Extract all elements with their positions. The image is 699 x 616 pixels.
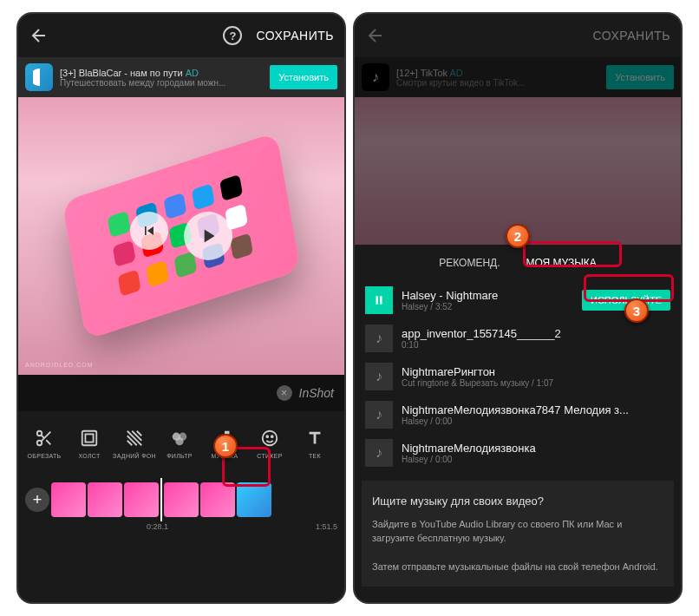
tab-my-music[interactable]: МОЯ МУЗЫКА — [526, 257, 597, 269]
music-note-icon: ♪ — [365, 363, 393, 390]
marker-3: 3 — [624, 298, 649, 323]
pause-icon[interactable] — [365, 286, 393, 314]
music-item[interactable]: ♪ NightmareМелодиязвонкаHalsey / 0:00 — [362, 434, 674, 472]
timeline-thumb[interactable] — [88, 482, 122, 517]
add-clip-button[interactable]: + — [25, 488, 49, 512]
ad-install-button[interactable]: Установить — [606, 65, 674, 89]
bg-icon — [123, 427, 146, 449]
preview-credit: ANDROIDLEO.COM — [25, 362, 94, 368]
prev-button[interactable] — [130, 212, 168, 250]
toolbar: ОБРЕЗАТЬ ХОЛСТ ЗАДНИЙ ФОН ФИЛЬТР МУЗЫКА … — [18, 411, 344, 474]
watermark-bar: × InShot — [18, 375, 344, 411]
time-current: 0:28.1 — [147, 522, 168, 531]
tool-canvas[interactable]: ХОЛСТ — [67, 427, 112, 459]
tool-sticker[interactable]: СТИКЕР — [247, 427, 292, 459]
timeline-thumb[interactable] — [237, 482, 271, 517]
canvas-icon — [78, 427, 101, 449]
tool-cut[interactable]: ОБРЕЗАТЬ — [22, 427, 67, 459]
ad-banner[interactable]: ♪ [12+] TikTok AD Смотри крутые видео в … — [355, 57, 681, 97]
save-button[interactable]: СОХРАНИТЬ — [256, 29, 334, 43]
svg-rect-3 — [85, 434, 93, 442]
ad-install-button[interactable]: Установить — [270, 65, 337, 89]
timeline-thumb[interactable] — [200, 482, 235, 517]
back-icon[interactable] — [29, 25, 49, 46]
tool-background[interactable]: ЗАДНИЙ ФОН — [112, 427, 157, 459]
header: ? СОХРАНИТЬ — [18, 14, 344, 57]
video-preview[interactable]: ANDROIDLEO.COM — [18, 97, 344, 375]
filter-icon — [168, 427, 191, 449]
timeline-thumb[interactable] — [51, 482, 86, 517]
svg-point-0 — [37, 430, 42, 436]
sticker-icon — [258, 427, 281, 449]
save-button[interactable]: СОХРАНИТЬ — [592, 29, 670, 43]
music-note-icon: ♪ — [365, 439, 393, 467]
svg-point-1 — [37, 440, 42, 445]
watermark-text: InShot — [299, 386, 334, 400]
timeline-thumb[interactable] — [164, 482, 199, 517]
music-note-icon: ♪ — [365, 401, 393, 429]
svg-point-7 — [263, 430, 278, 445]
scissors-icon — [33, 427, 56, 449]
tool-filter[interactable]: ФИЛЬТР — [157, 427, 202, 459]
timeline[interactable]: + 0:28.1 1:51.5 — [18, 474, 344, 560]
text-icon — [304, 427, 326, 449]
left-screen: ? СОХРАНИТЬ [3+] BlaBlaCar - нам по пути… — [16, 12, 346, 604]
play-button[interactable] — [184, 212, 232, 260]
music-note-icon: ♪ — [365, 324, 393, 352]
music-item[interactable]: ♪ NightmareМелодиязвонка7847 Мелодия з..… — [362, 396, 674, 434]
marker-2: 2 — [506, 224, 530, 248]
svg-point-6 — [175, 437, 183, 445]
svg-point-8 — [266, 436, 268, 437]
marker-1: 1 — [213, 434, 238, 458]
music-tip: Ищите музыку для своих видео? Зайдите в … — [362, 481, 674, 587]
music-tabs: РЕКОМЕНД. МОЯ МУЗЫКА — [355, 245, 681, 281]
time-total: 1:51.5 — [316, 522, 337, 531]
svg-point-9 — [271, 436, 273, 437]
ad-text: [12+] TikTok AD Смотри крутые видео в Ti… — [396, 68, 599, 88]
ad-banner[interactable]: [3+] BlaBlaCar - нам по пути AD Путешест… — [18, 57, 344, 97]
music-item[interactable]: ♪ app_inventor_1557145______20:10 — [362, 319, 674, 357]
ad-text: [3+] BlaBlaCar - нам по пути AD Путешест… — [60, 68, 263, 88]
video-preview-dim — [355, 97, 681, 245]
ad-app-icon: ♪ — [362, 63, 389, 91]
header: СОХРАНИТЬ — [355, 14, 681, 57]
timeline-thumb[interactable] — [124, 482, 159, 517]
tool-text[interactable]: ТЕК — [292, 427, 337, 459]
svg-rect-2 — [82, 430, 97, 445]
help-icon[interactable]: ? — [223, 26, 242, 45]
ad-app-icon — [25, 63, 53, 91]
music-item[interactable]: ♪ NightmareРингтонCut ringtone & Вырезат… — [362, 357, 674, 396]
watermark-close-icon[interactable]: × — [277, 385, 292, 401]
tab-recommend[interactable]: РЕКОМЕНД. — [439, 257, 500, 269]
back-icon[interactable] — [365, 25, 386, 46]
